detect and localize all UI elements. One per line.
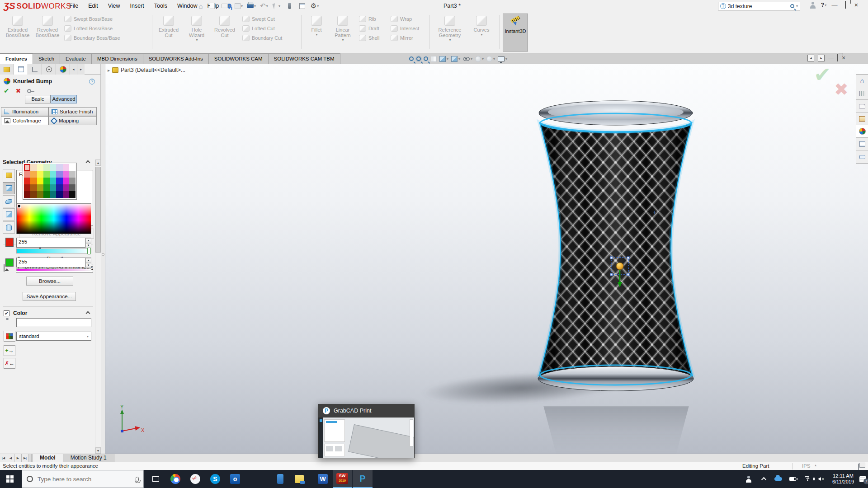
save-icon[interactable]: ▾ xyxy=(233,1,244,11)
tab-solidworks-cam-tbm[interactable]: SOLIDWORKS CAM TBM xyxy=(269,53,340,64)
word-taskbar-icon[interactable]: W xyxy=(313,470,333,488)
tab-sketch[interactable]: Sketch xyxy=(33,53,60,64)
collapse-left-pane-icon[interactable]: ◂ xyxy=(807,55,814,61)
color-swatch[interactable] xyxy=(50,191,56,198)
color-swatch[interactable] xyxy=(24,184,30,191)
ok-button[interactable]: ✔ xyxy=(4,87,9,95)
red-slider[interactable] xyxy=(16,249,91,253)
color-image-tab[interactable]: Color/Image xyxy=(1,116,48,125)
color-swatch[interactable] xyxy=(63,171,69,178)
units-dropdown-icon[interactable]: ▴ xyxy=(815,463,816,467)
green-value-field[interactable]: 255 xyxy=(16,258,91,267)
file-explorer-icon[interactable] xyxy=(856,100,868,113)
volume-muted-tray-icon[interactable]: × xyxy=(814,470,828,488)
open-icon[interactable]: ▾ xyxy=(221,1,231,11)
search-dropdown-icon[interactable]: ▾ xyxy=(796,4,798,8)
collapse-right-pane-icon[interactable]: ▸ xyxy=(818,55,825,61)
scroll-thumb[interactable] xyxy=(95,167,101,253)
color-swatch[interactable] xyxy=(56,171,62,178)
property-manager-tab[interactable] xyxy=(14,64,28,75)
color-swatch[interactable] xyxy=(56,164,62,171)
confirm-cancel-watermark-icon[interactable]: ✖ xyxy=(834,80,849,99)
print-icon[interactable]: ▾ xyxy=(246,1,257,11)
search-input[interactable] xyxy=(728,3,790,9)
grabcad-print-preview-popup[interactable]: P GrabCAD Print xyxy=(318,404,415,458)
menu-edit[interactable]: Edit xyxy=(83,0,103,12)
color-swatch[interactable] xyxy=(56,178,62,184)
color-swatch[interactable] xyxy=(69,191,75,198)
shell-button[interactable]: Shell xyxy=(359,35,379,41)
microphone-icon[interactable] xyxy=(136,477,139,482)
color-swatch[interactable] xyxy=(50,178,56,184)
cancel-button[interactable]: ✖ xyxy=(16,87,21,94)
home-icon[interactable]: ⌂ xyxy=(195,1,206,11)
swatch-set-select[interactable]: standard ▾ xyxy=(16,332,91,341)
options-gear-icon[interactable]: ⚙▾ xyxy=(309,1,320,11)
tabs-scroll-left-icon[interactable]: ◂ xyxy=(70,64,77,75)
appearances-scenes-icon[interactable] xyxy=(856,125,868,138)
filter-face-button[interactable] xyxy=(3,182,15,194)
color-header[interactable]: ✔ Color xyxy=(4,310,90,316)
color-swatch[interactable] xyxy=(24,171,30,178)
wrap-button[interactable]: Wrap xyxy=(391,16,419,22)
color-swatch[interactable] xyxy=(50,184,56,191)
restore-button[interactable] xyxy=(840,0,851,10)
task-view-button[interactable] xyxy=(146,470,165,488)
taskbar-search-input[interactable] xyxy=(38,476,131,483)
color-swatch[interactable] xyxy=(37,191,43,198)
intersect-button[interactable]: Intersect xyxy=(391,25,419,32)
fillet-button[interactable]: Fillet ▾ xyxy=(305,14,328,51)
green-spinner[interactable]: ▲▼ xyxy=(85,258,91,267)
select-cursor-icon[interactable]: ▾ xyxy=(271,1,282,11)
tab-last-icon[interactable]: ▶| xyxy=(22,454,29,462)
draft-button[interactable]: Draft xyxy=(359,25,379,32)
menu-file[interactable]: File xyxy=(64,0,83,12)
color-swatch[interactable] xyxy=(43,184,50,191)
custom-properties-icon[interactable] xyxy=(856,138,868,150)
color-swatch[interactable] xyxy=(63,164,69,171)
close-button[interactable]: × xyxy=(851,0,862,10)
tab-evaluate[interactable]: Evaluate xyxy=(60,53,92,64)
design-library-icon[interactable] xyxy=(856,87,868,100)
menu-tools[interactable]: Tools xyxy=(149,0,172,12)
browse-button[interactable]: Browse... xyxy=(26,277,73,286)
illumination-tab[interactable]: Illumination xyxy=(1,107,48,116)
search-box[interactable]: ? ▾ xyxy=(718,2,800,10)
view-orientation-icon[interactable]: ▾ xyxy=(439,56,448,62)
flyout-tree-arrow-icon[interactable]: ▸ xyxy=(108,68,110,73)
green-slider[interactable] xyxy=(16,268,91,271)
color-swatch[interactable] xyxy=(69,184,75,191)
onedrive-tray-icon[interactable] xyxy=(771,470,785,488)
advanced-mode-button[interactable]: Advanced xyxy=(51,95,77,103)
red-value-field[interactable]: 255 xyxy=(16,238,91,248)
color-swatch[interactable] xyxy=(50,164,56,171)
splitter-grip[interactable] xyxy=(102,253,104,256)
login-person-icon[interactable] xyxy=(807,0,818,10)
taskbar-search[interactable] xyxy=(22,470,144,488)
hide-show-items-icon[interactable]: ▾ xyxy=(463,57,472,61)
color-swatch[interactable] xyxy=(30,178,37,184)
color-checkbox[interactable]: ✔ xyxy=(4,310,9,316)
color-swatch[interactable] xyxy=(63,178,69,184)
outlook-taskbar-icon[interactable]: o xyxy=(225,470,245,488)
color-swatch[interactable] xyxy=(63,191,69,198)
skype-taskbar-icon[interactable]: S xyxy=(205,470,225,488)
revolved-cut-button[interactable]: Revolved Cut xyxy=(212,14,238,51)
graphics-viewport[interactable]: ▸ Part3 (Default<<Default>... xyxy=(105,64,868,454)
surface-finish-tab[interactable]: Surface Finish xyxy=(48,107,97,116)
sticky-notes-taskbar-icon[interactable] xyxy=(289,470,309,488)
hole-wizard-dropdown-icon[interactable]: ▾ xyxy=(196,38,198,42)
search-magnifier-icon[interactable] xyxy=(790,4,794,8)
filter-part-button[interactable] xyxy=(3,169,15,181)
menu-insert[interactable]: Insert xyxy=(125,0,149,12)
minimize-button[interactable]: — xyxy=(829,0,840,10)
filter-feature-button[interactable] xyxy=(3,221,15,234)
breadcrumb[interactable]: ▸ Part3 (Default<<Default>... xyxy=(108,67,185,73)
previous-view-icon[interactable] xyxy=(424,56,428,61)
action-center-icon[interactable]: 7 xyxy=(857,470,868,488)
doc-restore-button[interactable] xyxy=(837,55,838,61)
color-swatch[interactable] xyxy=(69,164,75,171)
save-appearance-button[interactable]: Save Appearance... xyxy=(23,292,76,301)
units-label[interactable]: IPS xyxy=(802,463,811,469)
color-swatch[interactable] xyxy=(24,178,30,184)
